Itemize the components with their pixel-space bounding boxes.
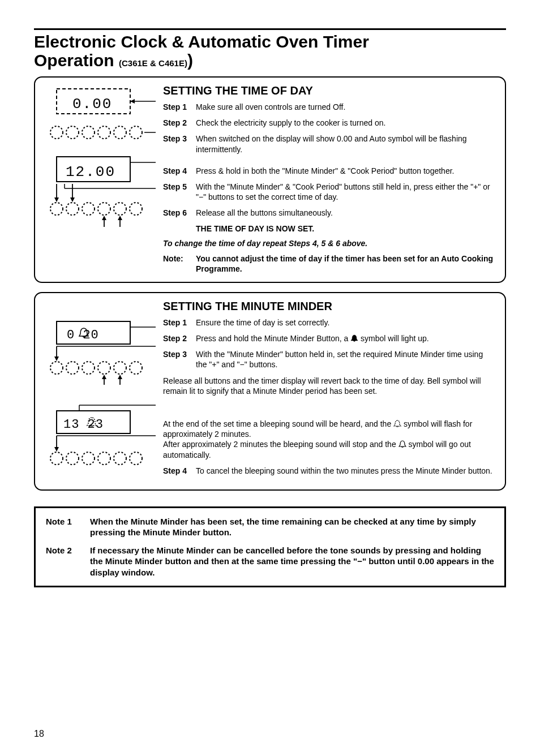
step2-label: Step 2 [163, 118, 196, 128]
note-label: Note: [163, 254, 196, 274]
svg-marker-51 [54, 447, 59, 452]
mm-step1-label: Step 1 [163, 317, 196, 328]
svg-point-46 [82, 452, 95, 465]
svg-point-16 [130, 203, 142, 215]
svg-point-2 [66, 126, 79, 139]
svg-marker-36 [54, 356, 59, 361]
change-time-note: To change the time of day repeat Steps 4… [163, 239, 495, 248]
knob-row-icon [50, 126, 142, 139]
mm-step3-label: Step 3 [163, 349, 196, 370]
page-number: 18 [34, 729, 44, 739]
rule-top [34, 28, 506, 30]
svg-point-12 [66, 203, 79, 215]
step4-text: Press & hold in both the "Minute Minder"… [196, 166, 495, 176]
note-text: You cannot adjust the time of day if the… [196, 254, 495, 274]
svg-point-5 [114, 126, 126, 139]
display-value-13-23: 13 23 [63, 418, 104, 432]
step1-label: Step 1 [163, 102, 196, 112]
mm-step2-text: Press and hold the Minute Minder Button,… [196, 333, 495, 343]
svg-point-4 [98, 126, 110, 139]
svg-point-30 [66, 362, 79, 374]
svg-point-45 [66, 452, 79, 465]
display-value-0-00: 0.00 [72, 96, 112, 113]
display-value-12-00: 12.00 [66, 164, 115, 181]
svg-point-31 [82, 362, 95, 374]
mm-step4-text: To cancel the bleeping sound within the … [196, 466, 495, 476]
step3-label: Step 3 [163, 134, 196, 154]
title-models: (C361E & C461E) [119, 58, 187, 68]
diagram-display-13-23: 13 23 [45, 402, 158, 475]
note2-label: Note 2 [46, 545, 90, 578]
step5-text: With the "Minute Minder" & "Cook Period"… [196, 182, 495, 202]
step6-label: Step 6 [163, 208, 196, 218]
page-title-line2: Operation (C361E & C461E)) [34, 51, 506, 70]
bell-icon [350, 334, 358, 342]
step1-text: Make sure all oven controls are turned O… [196, 102, 495, 112]
note1-text: When the Minute Minder has been set, the… [90, 516, 494, 538]
diagram-display-12-00: 12.00 [45, 152, 158, 231]
bell-icon [398, 440, 406, 448]
svg-marker-20 [70, 197, 75, 202]
section-minute-minder: 0 20 [34, 292, 506, 491]
step4-label: Step 4 [163, 166, 196, 176]
step6-text: Release all the buttons simultaneously. [196, 208, 495, 218]
svg-point-15 [114, 203, 126, 215]
mm-para-end: At the end of the set time a bleeping so… [163, 419, 495, 460]
mm-para-release: Release all buttons and the timer displa… [163, 376, 495, 396]
svg-point-6 [130, 126, 142, 139]
svg-marker-8 [130, 99, 135, 104]
step5-label: Step 5 [163, 182, 196, 202]
page-title-line1: Electronic Clock & Automatic Oven Timer [34, 32, 506, 51]
svg-point-48 [114, 452, 126, 465]
svg-point-47 [98, 452, 110, 465]
note1-label: Note 1 [46, 516, 90, 538]
svg-marker-18 [54, 197, 59, 202]
mm-step3-text: With the "Minute Minder" button held in,… [196, 349, 495, 370]
notes-box: Note 1 When the Minute Minder has been s… [34, 506, 506, 588]
diagram-display-0-20: 0 20 [45, 317, 158, 390]
mm-step1-text: Ensure the time of day is set correctly. [196, 317, 495, 328]
svg-point-29 [50, 362, 63, 374]
knob-row-icon [50, 452, 142, 465]
svg-point-34 [130, 362, 142, 374]
svg-point-13 [82, 203, 95, 215]
step2-text: Check the electricity supply to the cook… [196, 118, 495, 128]
svg-marker-22 [102, 216, 106, 220]
display-value-0-20: 0 20 [67, 328, 99, 342]
note2-text: If necessary the Minute Minder can be ca… [90, 545, 494, 578]
svg-point-11 [50, 203, 63, 215]
svg-marker-38 [102, 375, 106, 379]
section-time-of-day: 0.00 [34, 76, 506, 283]
svg-point-33 [114, 362, 126, 374]
svg-marker-24 [118, 216, 122, 220]
title-paren-close: ) [187, 51, 193, 70]
svg-point-3 [82, 126, 95, 139]
svg-point-44 [50, 452, 63, 465]
svg-point-14 [98, 203, 110, 215]
title-operation: Operation [34, 51, 119, 70]
diagram-display-0-00: 0.00 [45, 84, 158, 152]
mm-step2-label: Step 2 [163, 333, 196, 343]
knob-row-icon [50, 203, 142, 215]
mm-step4-label: Step 4 [163, 466, 196, 476]
knob-row-icon [50, 362, 142, 374]
svg-marker-40 [118, 375, 122, 379]
step3-text: When switched on the display will show 0… [196, 134, 495, 154]
svg-point-1 [50, 126, 63, 139]
time-now-set: THE TIME OF DAY IS NOW SET. [196, 224, 495, 233]
svg-point-49 [130, 452, 142, 465]
heading-minute-minder: SETTING THE MINUTE MINDER [163, 300, 495, 313]
heading-time-of-day: SETTING THE TIME OF DAY [163, 84, 495, 97]
svg-point-32 [98, 362, 110, 374]
bell-icon [393, 420, 401, 428]
